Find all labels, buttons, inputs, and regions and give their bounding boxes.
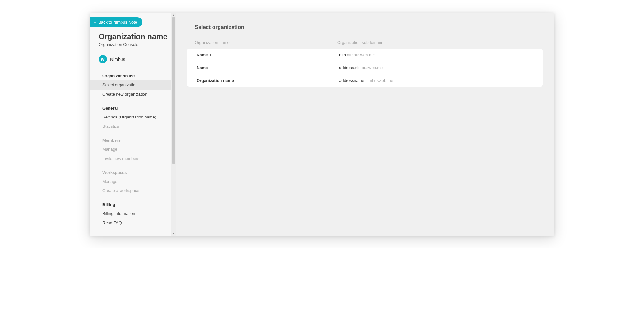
org-table-body: Name 1nim.nimbusweb.meNameaddress.nimbus… xyxy=(187,49,543,87)
org-table: Organization name Organization subdomain… xyxy=(187,40,543,87)
table-header: Organization name Organization subdomain xyxy=(187,40,543,49)
arrow-left-icon: ← xyxy=(93,20,97,24)
nav-item[interactable]: Create new organization xyxy=(90,90,176,99)
subdomain-suffix: .nimbusweb.me xyxy=(346,53,375,57)
org-subtitle: Organization Console xyxy=(99,42,168,47)
back-to-nimbus-button[interactable]: ← Back to Nimbus Note xyxy=(90,17,142,27)
col-header-name: Organization name xyxy=(195,40,337,45)
nav-section: BillingBilling informationRead FAQ xyxy=(90,200,176,227)
logo-initial: N xyxy=(101,56,105,62)
nav-item[interactable]: Create a workspace xyxy=(90,186,176,195)
nav-item[interactable]: Read FAQ xyxy=(90,218,176,227)
org-subdomain-cell: address.nimbusweb.me xyxy=(339,65,535,70)
table-row[interactable]: Nameaddress.nimbusweb.me xyxy=(187,61,543,74)
nav-heading: Billing xyxy=(90,200,176,209)
org-header: Organization name Organization Console xyxy=(90,27,176,49)
org-title: Organization name xyxy=(99,32,168,41)
col-header-subdomain: Organization subdomain xyxy=(337,40,535,45)
nav-heading: Members xyxy=(90,136,176,145)
scrollbar-thumb[interactable] xyxy=(172,17,175,164)
main-content: Select organization Organization name Or… xyxy=(176,13,554,236)
nav-section: MembersManageInvite new members xyxy=(90,136,176,163)
nav-item[interactable]: Manage xyxy=(90,145,176,154)
nav-item[interactable]: Settings (Organization name) xyxy=(90,112,176,122)
table-row[interactable]: Organization nameaddressname.nimbusweb.m… xyxy=(187,74,543,87)
nav-item[interactable]: Statistics xyxy=(90,122,176,131)
org-name-cell: Organization name xyxy=(197,78,339,83)
app-window: ← Back to Nimbus Note Organization name … xyxy=(90,13,554,236)
nav-heading: General xyxy=(90,104,176,112)
logo-row[interactable]: N Nimbus xyxy=(90,49,176,67)
scrollbar-down-icon[interactable]: ▼ xyxy=(172,231,176,236)
nav-section: Organization listSelect organizationCrea… xyxy=(90,72,176,99)
nav-item[interactable]: Invite new members xyxy=(90,154,176,163)
org-name-cell: Name xyxy=(197,65,339,70)
subdomain-prefix: nim xyxy=(339,53,346,57)
nav-heading: Organization list xyxy=(90,72,176,80)
back-button-label: Back to Nimbus Note xyxy=(98,20,137,25)
nav-item[interactable]: Manage xyxy=(90,177,176,186)
nav-item[interactable]: Select organization xyxy=(90,80,176,90)
org-subdomain-cell: addressname.nimbusweb.me xyxy=(339,78,535,83)
subdomain-suffix: .nimbusweb.me xyxy=(364,78,393,83)
nav-heading: Workspaces xyxy=(90,168,176,177)
nav-section: GeneralSettings (Organization name)Stati… xyxy=(90,104,176,131)
org-subdomain-cell: nim.nimbusweb.me xyxy=(339,53,535,57)
subdomain-prefix: addressname xyxy=(339,78,364,83)
table-row[interactable]: Name 1nim.nimbusweb.me xyxy=(187,49,543,61)
page-title: Select organization xyxy=(195,24,543,31)
scrollbar[interactable]: ▲ ▼ xyxy=(171,13,176,236)
scrollbar-up-icon[interactable]: ▲ xyxy=(172,13,176,17)
nav: Organization listSelect organizationCrea… xyxy=(90,67,176,227)
logo-label: Nimbus xyxy=(110,57,125,62)
nimbus-logo-icon: N xyxy=(99,55,107,63)
subdomain-suffix: .nimbusweb.me xyxy=(354,65,383,70)
subdomain-prefix: address xyxy=(339,65,354,70)
nav-item[interactable]: Billing information xyxy=(90,209,176,218)
nav-section: WorkspacesManageCreate a workspace xyxy=(90,168,176,195)
org-name-cell: Name 1 xyxy=(197,53,339,57)
sidebar: ← Back to Nimbus Note Organization name … xyxy=(90,13,176,236)
